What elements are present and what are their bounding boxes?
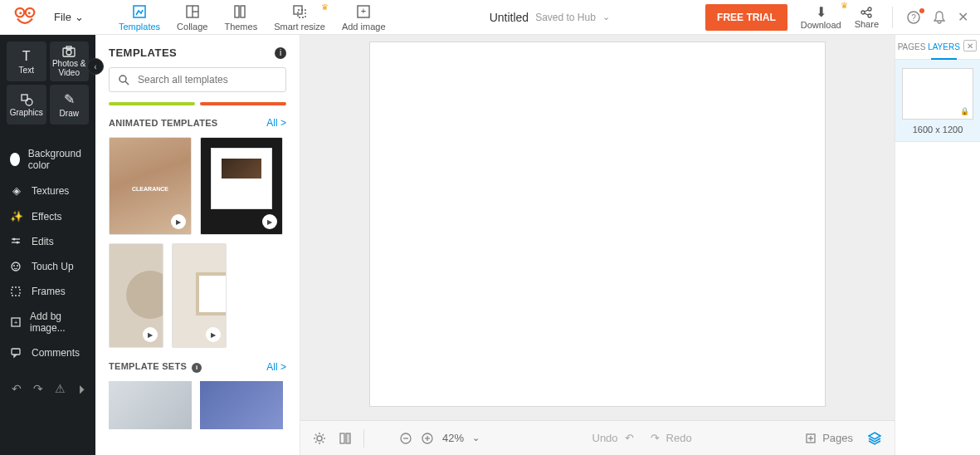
- gear-icon[interactable]: [312, 431, 327, 446]
- close-icon[interactable]: ✕: [958, 9, 968, 25]
- template-thumb[interactable]: ▶: [200, 137, 283, 235]
- pencil-icon: ✎: [64, 91, 75, 107]
- templates-tool[interactable]: Templates: [110, 1, 168, 34]
- help-icon[interactable]: ?: [906, 10, 921, 25]
- chevron-down-icon: ⌄: [75, 11, 84, 23]
- smart-resize-tool[interactable]: ♛ Smart resize: [266, 1, 334, 34]
- frame: [196, 272, 227, 316]
- touch-up-icon: [10, 261, 23, 272]
- canvas[interactable]: [369, 42, 826, 407]
- page-thumbnail[interactable]: 🔒: [902, 68, 973, 120]
- layers-tab[interactable]: LAYERS: [928, 35, 960, 59]
- crown-icon: ♛: [321, 2, 329, 12]
- template-thumb[interactable]: ▶: [172, 243, 227, 348]
- mirror-icon[interactable]: [339, 431, 352, 446]
- svg-line-18: [865, 13, 868, 15]
- collage-icon: [184, 3, 201, 20]
- template-set-thumb[interactable]: [200, 381, 283, 429]
- frames-item[interactable]: Frames: [0, 279, 95, 304]
- textures-item[interactable]: ◈ Textures: [0, 178, 95, 203]
- svg-point-37: [119, 76, 126, 82]
- edits-item[interactable]: Edits: [0, 229, 95, 254]
- comments-icon: [10, 347, 23, 359]
- top-tools: Templates Collage Themes ♛ Smart resize …: [110, 1, 394, 34]
- app-logo[interactable]: [10, 2, 39, 32]
- main-area: ‹ T Text Photos & Video Graphics ✎ Draw: [0, 35, 980, 455]
- flag-icon[interactable]: ⏵: [77, 382, 89, 395]
- smart-resize-label: Smart resize: [274, 22, 325, 32]
- collage-tool[interactable]: Collage: [168, 1, 216, 34]
- undo-icon: ↶: [625, 432, 634, 444]
- saved-status[interactable]: Saved to Hub: [535, 12, 596, 23]
- background-color-item[interactable]: Background color: [0, 141, 95, 178]
- comments-item[interactable]: Comments: [0, 340, 95, 365]
- share-button[interactable]: Share: [855, 6, 879, 29]
- svg-point-31: [13, 265, 15, 267]
- section-row: ANIMATED TEMPLATES All >: [95, 117, 300, 129]
- add-page-icon: [804, 432, 817, 445]
- all-link[interactable]: All >: [266, 361, 286, 373]
- warning-icon[interactable]: ⚠: [55, 382, 66, 395]
- lock-icon: 🔒: [960, 107, 969, 115]
- chevron-down-icon[interactable]: ⌄: [472, 433, 480, 443]
- themes-tool[interactable]: Themes: [216, 1, 266, 34]
- bg-color-label: Background color: [28, 148, 85, 171]
- draw-button[interactable]: ✎ Draw: [50, 85, 90, 125]
- template-set-thumb[interactable]: [109, 381, 192, 429]
- zoom-in-icon[interactable]: [421, 432, 434, 445]
- template-thumb[interactable]: ▶: [109, 243, 163, 348]
- templates-panel: TEMPLATES i ANIMATED TEMPLATES All > CLE…: [95, 35, 300, 455]
- touch-up-label: Touch Up: [32, 261, 74, 272]
- pages-button[interactable]: Pages: [804, 432, 853, 445]
- download-button[interactable]: ⬇ ♛ Download: [801, 4, 841, 30]
- panel-scroll[interactable]: ANIMATED TEMPLATES All > CLEARANCE ▶ ▶: [95, 102, 300, 455]
- file-menu[interactable]: File ⌄: [54, 11, 84, 23]
- add-bg-image-label: Add bg image...: [30, 311, 85, 334]
- undo-icon[interactable]: ↶: [12, 382, 22, 395]
- svg-rect-40: [340, 433, 344, 443]
- zoom-level[interactable]: 42%: [442, 432, 464, 444]
- add-image-tool[interactable]: + Add image: [334, 1, 394, 34]
- top-bar: File ⌄ Templates Collage Themes ♛ Smart …: [0, 0, 980, 35]
- svg-point-14: [861, 11, 865, 14]
- all-link[interactable]: All >: [266, 117, 286, 129]
- info-icon[interactable]: i: [275, 47, 286, 59]
- photos-video-button[interactable]: Photos & Video: [50, 42, 90, 81]
- pages-tab[interactable]: PAGES: [895, 35, 928, 59]
- draw-label: Draw: [60, 109, 79, 118]
- color-bars: [109, 102, 286, 105]
- zoom-controls: 42% ⌄: [399, 432, 480, 445]
- camera-icon: [62, 46, 76, 57]
- redo-button[interactable]: ↷ Redo: [651, 432, 692, 444]
- add-bg-image-item[interactable]: + Add bg image...: [0, 304, 95, 340]
- page-item[interactable]: 🔒 1600 x 1200: [895, 60, 980, 142]
- page-dimensions: 1600 x 1200: [895, 125, 980, 135]
- svg-text:+: +: [14, 319, 18, 326]
- text-button[interactable]: T Text: [7, 42, 46, 81]
- graphics-button[interactable]: Graphics: [7, 85, 46, 125]
- animated-section-title: ANIMATED TEMPLATES: [109, 118, 218, 128]
- redo-icon[interactable]: ↷: [33, 382, 43, 395]
- effects-item[interactable]: ✨ Effects: [0, 203, 95, 229]
- info-icon[interactable]: i: [192, 363, 202, 373]
- template-thumb[interactable]: CLEARANCE ▶: [109, 137, 192, 235]
- comments-label: Comments: [32, 347, 80, 359]
- layers-icon[interactable]: [866, 430, 883, 447]
- divider: [892, 7, 893, 28]
- section-row: TEMPLATE SETSi All >: [95, 361, 300, 373]
- touch-up-item[interactable]: Touch Up: [0, 254, 95, 279]
- search-input[interactable]: [138, 74, 277, 86]
- collapse-handle[interactable]: ‹: [87, 58, 104, 75]
- svg-point-22: [66, 50, 71, 55]
- free-trial-button[interactable]: FREE TRIAL: [705, 4, 787, 31]
- undo-button[interactable]: Undo ↶: [592, 432, 634, 444]
- svg-point-15: [868, 7, 871, 11]
- document-title[interactable]: Untitled: [490, 11, 529, 24]
- zoom-out-icon[interactable]: [399, 432, 412, 445]
- undo-label: Undo: [592, 432, 618, 444]
- sets-grid: [95, 381, 300, 429]
- canvas-viewport[interactable]: [300, 35, 895, 420]
- template-search[interactable]: [109, 67, 286, 92]
- bell-icon[interactable]: [933, 10, 946, 24]
- panel-close-icon[interactable]: ✕: [963, 40, 977, 51]
